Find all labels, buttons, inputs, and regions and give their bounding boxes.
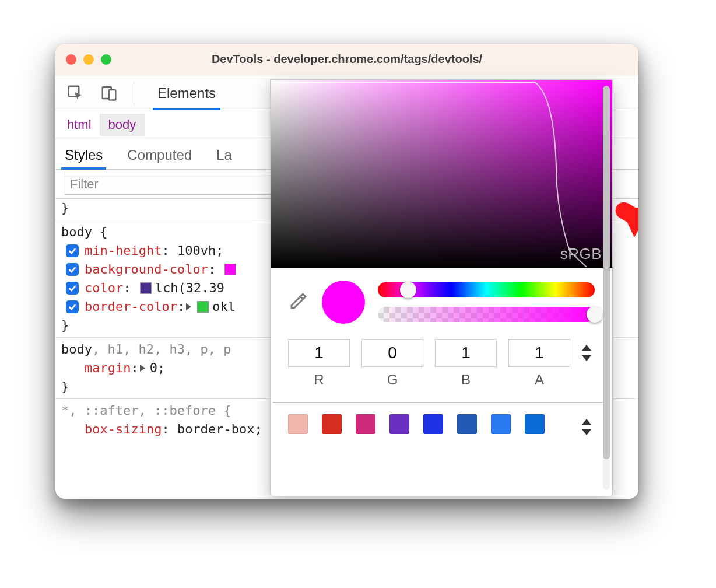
palette-switch-icon[interactable]: [582, 419, 595, 435]
palette-swatch[interactable]: [322, 414, 342, 434]
traffic-lights: [66, 54, 111, 65]
property-value: lch(32.39: [155, 279, 232, 298]
alpha-slider-handle[interactable]: [587, 306, 603, 323]
palette-swatch[interactable]: [389, 414, 409, 434]
spectrum-black-layer: [271, 80, 612, 268]
property-name: margin: [85, 359, 131, 377]
hue-slider-handle[interactable]: [400, 282, 416, 298]
svg-rect-2: [109, 90, 115, 100]
palette-swatch[interactable]: [423, 414, 443, 434]
select-element-icon[interactable]: [64, 81, 87, 104]
alpha-slider[interactable]: [378, 307, 595, 322]
toggle-checkbox[interactable]: [66, 300, 79, 313]
channel-b-input[interactable]: [435, 339, 497, 367]
breadcrumb-item-html[interactable]: html: [59, 114, 100, 136]
palette-swatch[interactable]: [288, 414, 308, 434]
toolbar-divider: [134, 80, 134, 105]
palette-swatch[interactable]: [457, 414, 477, 434]
property-value: 0: [150, 359, 157, 377]
palette-swatch[interactable]: [356, 414, 375, 434]
current-color-preview: [322, 281, 365, 324]
expand-triangle-icon[interactable]: [186, 303, 191, 310]
toggle-checkbox[interactable]: [66, 263, 79, 276]
property-name: color: [85, 279, 123, 298]
property-value: border-box: [177, 420, 254, 439]
hue-slider[interactable]: [378, 282, 595, 298]
maximize-icon[interactable]: [101, 54, 111, 65]
property-name: background-color: [85, 260, 208, 279]
titlebar: DevTools - developer.chrome.com/tags/dev…: [55, 44, 638, 75]
property-name: border-color: [85, 298, 177, 316]
color-swatch-icon[interactable]: [224, 264, 236, 275]
color-swatch-icon[interactable]: [197, 301, 209, 313]
scrollbar-thumb[interactable]: [603, 86, 610, 459]
channel-r-label: R: [288, 372, 350, 388]
palette-swatches: [271, 413, 612, 435]
subtab-layout[interactable]: La: [213, 147, 236, 169]
property-value: okl: [212, 298, 236, 316]
channel-b-label: B: [435, 372, 497, 388]
breadcrumb-item-body[interactable]: body: [100, 114, 145, 136]
toggle-checkbox[interactable]: [66, 282, 79, 295]
selector-rest: , h1, h2, h3, p, p: [92, 340, 231, 359]
color-picker-popover: sRGB R: [270, 79, 613, 496]
palette-swatch[interactable]: [491, 414, 511, 434]
channel-g-input[interactable]: [361, 339, 423, 367]
minimize-icon[interactable]: [83, 54, 94, 65]
channel-r-input[interactable]: [288, 339, 350, 367]
color-channels: R G B A: [271, 339, 612, 388]
property-name: min-height: [85, 242, 162, 260]
channel-g-label: G: [361, 372, 423, 388]
selector-main: body: [61, 340, 92, 359]
tab-elements[interactable]: Elements: [153, 84, 220, 110]
subtab-computed[interactable]: Computed: [124, 147, 195, 169]
window-title: DevTools - developer.chrome.com/tags/dev…: [55, 52, 638, 66]
devtools-window: DevTools - developer.chrome.com/tags/dev…: [55, 44, 638, 499]
filter-input[interactable]: Filter: [64, 174, 273, 195]
expand-triangle-icon[interactable]: [140, 365, 145, 372]
toggle-device-icon[interactable]: [97, 81, 121, 104]
color-swatch-icon[interactable]: [140, 282, 152, 294]
palette-swatch[interactable]: [525, 414, 545, 434]
close-icon[interactable]: [66, 54, 76, 65]
channel-a-input[interactable]: [508, 339, 570, 367]
format-switch-icon[interactable]: [582, 345, 595, 361]
color-spectrum[interactable]: sRGB: [271, 80, 612, 268]
eyedropper-icon[interactable]: [288, 290, 309, 314]
subtab-styles[interactable]: Styles: [61, 147, 106, 169]
channel-a-label: A: [508, 372, 570, 388]
property-name: box-sizing: [85, 420, 162, 439]
colorspace-label: sRGB: [560, 245, 602, 263]
toggle-checkbox[interactable]: [66, 244, 79, 257]
property-value: 100vh: [177, 242, 216, 260]
panel-tabs: Elements: [153, 75, 220, 110]
divider: [273, 402, 610, 402]
